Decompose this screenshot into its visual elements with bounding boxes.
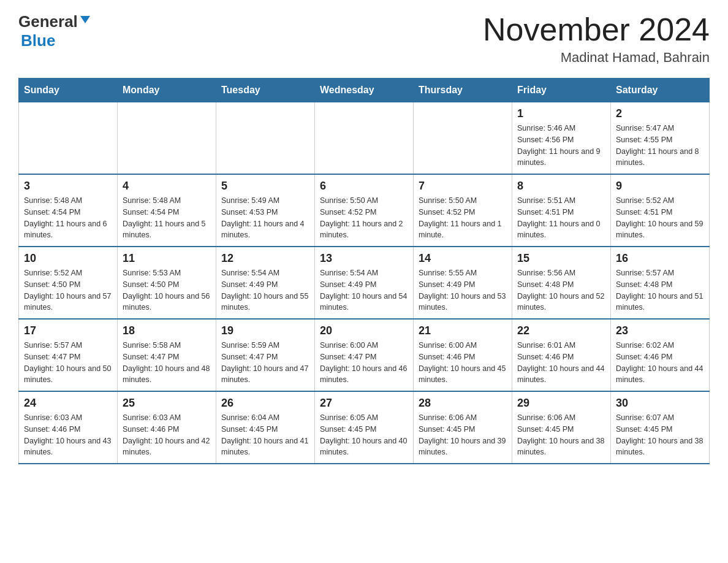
day-cell: 1Sunrise: 5:46 AM Sunset: 4:56 PM Daylig… xyxy=(512,102,611,175)
day-cell xyxy=(118,102,216,175)
day-cell: 11Sunrise: 5:53 AM Sunset: 4:50 PM Dayli… xyxy=(118,247,216,319)
day-cell xyxy=(315,102,414,175)
day-number: 19 xyxy=(221,324,309,337)
day-cell xyxy=(414,102,512,175)
day-info: Sunrise: 5:52 AM Sunset: 4:51 PM Dayligh… xyxy=(616,195,704,241)
day-cell: 24Sunrise: 6:03 AM Sunset: 4:46 PM Dayli… xyxy=(19,391,118,464)
day-cell: 2Sunrise: 5:47 AM Sunset: 4:55 PM Daylig… xyxy=(611,102,710,175)
day-number: 27 xyxy=(320,397,408,410)
column-header-thursday: Thursday xyxy=(414,79,512,102)
day-cell: 13Sunrise: 5:54 AM Sunset: 4:49 PM Dayli… xyxy=(315,247,414,319)
day-cell: 30Sunrise: 6:07 AM Sunset: 4:45 PM Dayli… xyxy=(611,391,710,464)
day-info: Sunrise: 5:52 AM Sunset: 4:50 PM Dayligh… xyxy=(24,267,112,313)
day-info: Sunrise: 6:07 AM Sunset: 4:45 PM Dayligh… xyxy=(616,412,704,458)
column-header-wednesday: Wednesday xyxy=(315,79,414,102)
day-cell: 29Sunrise: 6:06 AM Sunset: 4:45 PM Dayli… xyxy=(512,391,611,464)
calendar-subtitle: Madinat Hamad, Bahrain xyxy=(483,50,710,66)
day-cell: 25Sunrise: 6:03 AM Sunset: 4:46 PM Dayli… xyxy=(118,391,216,464)
day-cell: 9Sunrise: 5:52 AM Sunset: 4:51 PM Daylig… xyxy=(611,174,710,247)
day-cell: 22Sunrise: 6:01 AM Sunset: 4:46 PM Dayli… xyxy=(512,319,611,391)
calendar-title: November 2024 xyxy=(483,12,710,47)
day-cell: 17Sunrise: 5:57 AM Sunset: 4:47 PM Dayli… xyxy=(19,319,118,391)
day-number: 9 xyxy=(616,180,704,193)
day-cell xyxy=(19,102,118,175)
day-number: 13 xyxy=(320,252,408,265)
day-number: 7 xyxy=(419,180,507,193)
day-cell: 5Sunrise: 5:49 AM Sunset: 4:53 PM Daylig… xyxy=(216,174,315,247)
day-info: Sunrise: 6:00 AM Sunset: 4:47 PM Dayligh… xyxy=(320,340,408,386)
day-info: Sunrise: 6:02 AM Sunset: 4:46 PM Dayligh… xyxy=(616,340,704,386)
day-number: 5 xyxy=(221,180,309,193)
day-info: Sunrise: 6:00 AM Sunset: 4:46 PM Dayligh… xyxy=(419,340,507,386)
day-cell: 27Sunrise: 6:05 AM Sunset: 4:45 PM Dayli… xyxy=(315,391,414,464)
day-info: Sunrise: 5:49 AM Sunset: 4:53 PM Dayligh… xyxy=(221,195,309,241)
day-number: 6 xyxy=(320,180,408,193)
day-cell: 23Sunrise: 6:02 AM Sunset: 4:46 PM Dayli… xyxy=(611,319,710,391)
column-header-tuesday: Tuesday xyxy=(216,79,315,102)
day-number: 16 xyxy=(616,252,704,265)
day-number: 2 xyxy=(616,107,704,120)
day-info: Sunrise: 6:03 AM Sunset: 4:46 PM Dayligh… xyxy=(123,412,211,458)
day-number: 30 xyxy=(616,397,704,410)
calendar-header-row: SundayMondayTuesdayWednesdayThursdayFrid… xyxy=(19,79,710,102)
day-info: Sunrise: 6:05 AM Sunset: 4:45 PM Dayligh… xyxy=(320,412,408,458)
calendar-table: SundayMondayTuesdayWednesdayThursdayFrid… xyxy=(18,78,710,464)
day-info: Sunrise: 6:06 AM Sunset: 4:45 PM Dayligh… xyxy=(419,412,507,458)
day-info: Sunrise: 5:46 AM Sunset: 4:56 PM Dayligh… xyxy=(517,123,605,169)
day-number: 17 xyxy=(24,324,112,337)
week-row-3: 10Sunrise: 5:52 AM Sunset: 4:50 PM Dayli… xyxy=(19,247,710,319)
day-number: 4 xyxy=(123,180,211,193)
day-cell: 8Sunrise: 5:51 AM Sunset: 4:51 PM Daylig… xyxy=(512,174,611,247)
page-header: General Blue November 2024 Madinat Hamad… xyxy=(18,12,710,66)
day-cell: 6Sunrise: 5:50 AM Sunset: 4:52 PM Daylig… xyxy=(315,174,414,247)
day-number: 8 xyxy=(517,180,605,193)
column-header-saturday: Saturday xyxy=(611,79,710,102)
day-cell: 4Sunrise: 5:48 AM Sunset: 4:54 PM Daylig… xyxy=(118,174,216,247)
day-cell: 28Sunrise: 6:06 AM Sunset: 4:45 PM Dayli… xyxy=(414,391,512,464)
day-number: 11 xyxy=(123,252,211,265)
day-info: Sunrise: 5:57 AM Sunset: 4:47 PM Dayligh… xyxy=(24,340,112,386)
svg-marker-0 xyxy=(80,16,90,23)
day-cell: 21Sunrise: 6:00 AM Sunset: 4:46 PM Dayli… xyxy=(414,319,512,391)
week-row-2: 3Sunrise: 5:48 AM Sunset: 4:54 PM Daylig… xyxy=(19,174,710,247)
day-number: 26 xyxy=(221,397,309,410)
day-number: 23 xyxy=(616,324,704,337)
day-cell: 7Sunrise: 5:50 AM Sunset: 4:52 PM Daylig… xyxy=(414,174,512,247)
day-number: 18 xyxy=(123,324,211,337)
day-cell: 15Sunrise: 5:56 AM Sunset: 4:48 PM Dayli… xyxy=(512,247,611,319)
day-info: Sunrise: 5:54 AM Sunset: 4:49 PM Dayligh… xyxy=(320,267,408,313)
day-number: 20 xyxy=(320,324,408,337)
day-info: Sunrise: 5:48 AM Sunset: 4:54 PM Dayligh… xyxy=(123,195,211,241)
logo-blue-text: Blue xyxy=(21,31,55,50)
day-cell: 20Sunrise: 6:00 AM Sunset: 4:47 PM Dayli… xyxy=(315,319,414,391)
day-info: Sunrise: 5:48 AM Sunset: 4:54 PM Dayligh… xyxy=(24,195,112,241)
day-cell: 14Sunrise: 5:55 AM Sunset: 4:49 PM Dayli… xyxy=(414,247,512,319)
day-info: Sunrise: 5:56 AM Sunset: 4:48 PM Dayligh… xyxy=(517,267,605,313)
day-number: 29 xyxy=(517,397,605,410)
day-cell: 26Sunrise: 6:04 AM Sunset: 4:45 PM Dayli… xyxy=(216,391,315,464)
day-number: 25 xyxy=(123,397,211,410)
logo-general-text: General xyxy=(18,12,78,31)
column-header-friday: Friday xyxy=(512,79,611,102)
day-number: 3 xyxy=(24,180,112,193)
day-cell: 19Sunrise: 5:59 AM Sunset: 4:47 PM Dayli… xyxy=(216,319,315,391)
day-info: Sunrise: 5:47 AM Sunset: 4:55 PM Dayligh… xyxy=(616,123,704,169)
day-number: 21 xyxy=(419,324,507,337)
day-number: 15 xyxy=(517,252,605,265)
day-info: Sunrise: 6:03 AM Sunset: 4:46 PM Dayligh… xyxy=(24,412,112,458)
title-block: November 2024 Madinat Hamad, Bahrain xyxy=(483,12,710,66)
day-cell xyxy=(216,102,315,175)
week-row-1: 1Sunrise: 5:46 AM Sunset: 4:56 PM Daylig… xyxy=(19,102,710,175)
day-number: 28 xyxy=(419,397,507,410)
day-info: Sunrise: 5:55 AM Sunset: 4:49 PM Dayligh… xyxy=(419,267,507,313)
week-row-4: 17Sunrise: 5:57 AM Sunset: 4:47 PM Dayli… xyxy=(19,319,710,391)
day-number: 12 xyxy=(221,252,309,265)
column-header-sunday: Sunday xyxy=(19,79,118,102)
day-info: Sunrise: 6:04 AM Sunset: 4:45 PM Dayligh… xyxy=(221,412,309,458)
week-row-5: 24Sunrise: 6:03 AM Sunset: 4:46 PM Dayli… xyxy=(19,391,710,464)
day-cell: 10Sunrise: 5:52 AM Sunset: 4:50 PM Dayli… xyxy=(19,247,118,319)
day-info: Sunrise: 6:01 AM Sunset: 4:46 PM Dayligh… xyxy=(517,340,605,386)
day-info: Sunrise: 5:58 AM Sunset: 4:47 PM Dayligh… xyxy=(123,340,211,386)
day-info: Sunrise: 5:54 AM Sunset: 4:49 PM Dayligh… xyxy=(221,267,309,313)
day-cell: 12Sunrise: 5:54 AM Sunset: 4:49 PM Dayli… xyxy=(216,247,315,319)
